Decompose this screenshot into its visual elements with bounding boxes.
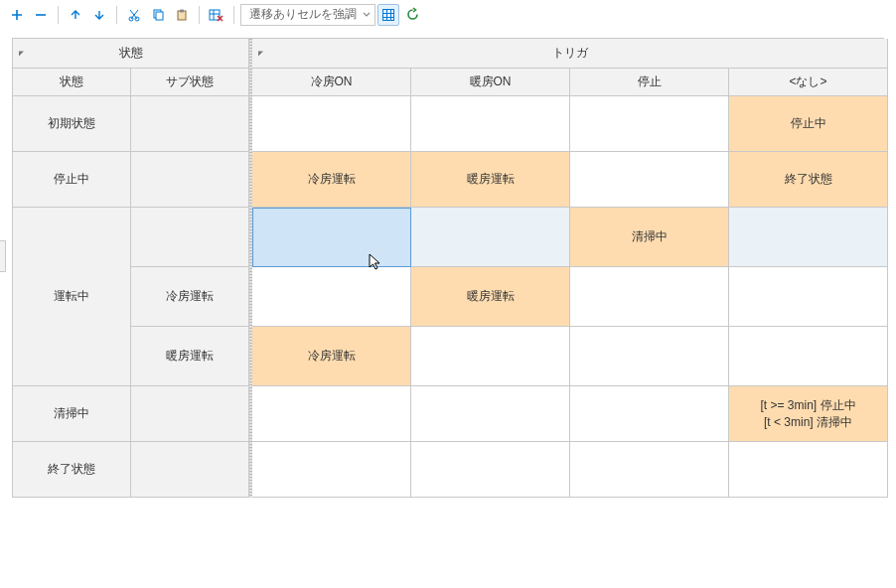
transition-cell[interactable]: 清掃中 [570,208,729,267]
svg-rect-6 [210,10,220,20]
transition-cell[interactable] [252,267,411,327]
transition-cell[interactable] [570,152,729,208]
transition-cell[interactable] [729,267,888,327]
substate-cell[interactable] [131,208,249,267]
transition-cell[interactable] [729,208,888,267]
add-button[interactable] [6,4,28,26]
transition-cell[interactable] [729,327,888,386]
substate-cell[interactable]: 暖房運転 [131,327,249,386]
transition-cell[interactable] [570,96,729,152]
transition-cell[interactable] [729,442,888,498]
trigger-header: 停止 [570,69,729,96]
remove-button[interactable] [30,4,52,26]
trigger-header: 暖房ON [411,69,570,96]
transition-cell[interactable] [252,442,411,498]
cut-button[interactable] [123,4,145,26]
state-cell[interactable]: 終了状態 [13,442,131,498]
state-cell[interactable]: 運転中 [13,208,131,386]
trigger-group-header: トリガ [252,39,888,69]
triangle-icon [258,51,263,56]
state-header: 状態 [13,69,131,96]
state-columns: 状態 状態 サブ状態 初期状態 停止中 運転中 [13,39,249,498]
transition-cell[interactable]: [t >= 3min] 停止中 [t < 3min] 清掃中 [729,386,888,442]
substate-cell[interactable] [131,442,249,498]
state-cell[interactable]: 清掃中 [13,386,131,442]
grid-toggle-button[interactable] [377,4,399,26]
svg-rect-5 [180,9,184,12]
transition-cell[interactable] [411,386,570,442]
dropdown-label: 遷移ありセルを強調 [249,6,357,23]
move-up-button[interactable] [65,4,86,26]
substate-cell[interactable]: 冷房運転 [131,267,249,327]
separator [199,6,200,24]
svg-rect-7 [383,9,394,20]
substate-header: サブ状態 [131,69,249,96]
state-cell[interactable]: 停止中 [13,152,131,208]
header-label: トリガ [552,45,588,62]
transition-cell[interactable] [570,386,729,442]
transition-cell[interactable]: 停止中 [729,96,888,152]
substate-cell[interactable] [131,152,249,208]
delete-table-button[interactable] [206,4,227,26]
copy-button[interactable] [147,4,169,26]
refresh-button[interactable] [401,4,423,26]
trigger-header: <なし> [729,69,888,96]
substate-cell[interactable] [131,96,249,152]
separator [58,6,59,24]
transition-cell[interactable] [570,267,729,327]
toolbar: 遷移ありセルを強調 [0,0,896,30]
state-transition-table: 状態 状態 サブ状態 初期状態 停止中 運転中 [0,30,896,498]
triangle-icon [19,51,24,56]
transition-cell-selected[interactable] [252,208,411,267]
transition-cell[interactable]: 暖房運転 [411,267,570,327]
trigger-columns: トリガ 冷房ON 暖房ON 停止 <なし> 停止中 冷房運転 暖房運転 [249,39,888,498]
transition-cell[interactable] [570,327,729,386]
transition-cell[interactable] [411,442,570,498]
highlight-dropdown[interactable]: 遷移ありセルを強調 [240,4,375,26]
substate-cell[interactable] [131,386,249,442]
transition-cell[interactable]: 冷房運転 [252,327,411,386]
transition-cell[interactable] [570,442,729,498]
transition-cell[interactable] [252,96,411,152]
state-group-header: 状態 [13,39,249,69]
transition-cell[interactable] [252,386,411,442]
svg-rect-3 [156,12,163,20]
paste-button[interactable] [171,4,193,26]
transition-cell[interactable]: 終了状態 [729,152,888,208]
move-down-button[interactable] [88,4,110,26]
transition-cell[interactable]: 暖房運転 [411,152,570,208]
transition-cell[interactable] [411,96,570,152]
state-cell[interactable]: 初期状態 [13,96,131,152]
transition-cell[interactable]: 冷房運転 [252,152,411,208]
expand-handle[interactable] [0,240,6,272]
header-label: 状態 [119,45,143,62]
separator [233,6,234,24]
chevron-down-icon [363,11,371,19]
transition-cell[interactable] [411,327,570,386]
separator [116,6,117,24]
transition-cell[interactable] [411,208,570,267]
trigger-header: 冷房ON [252,69,411,96]
